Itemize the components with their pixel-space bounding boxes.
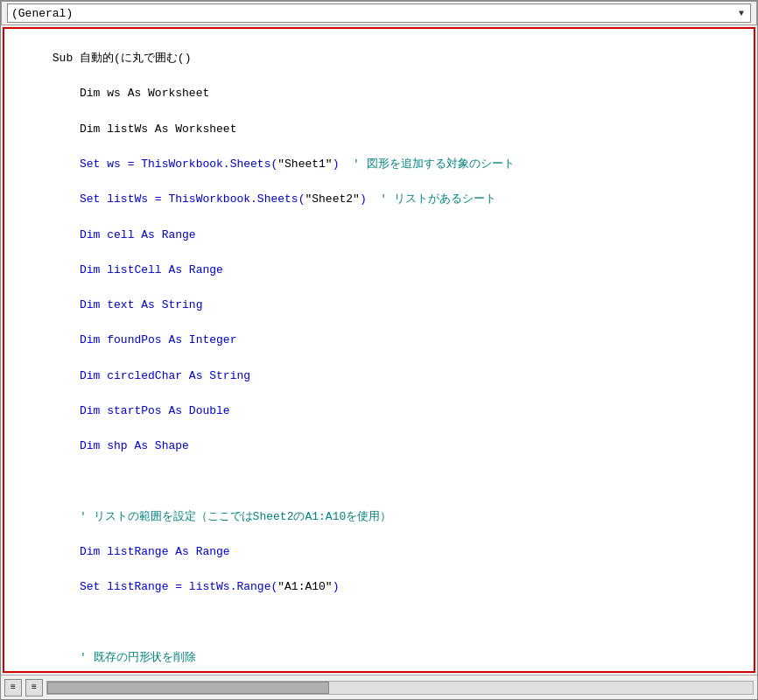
horizontal-scrollbar[interactable]: [46, 681, 754, 695]
btn-left[interactable]: ≡: [4, 679, 22, 696]
menu-icon-1: ≡: [11, 682, 16, 692]
bottom-bar: ≡ ≡: [1, 675, 757, 699]
menu-icon-2: ≡: [32, 682, 37, 692]
title-bar[interactable]: (General) ▼: [1, 1, 757, 25]
vba-editor: (General) ▼ Sub 自動的(に丸で囲む() Dim ws As Wo…: [0, 0, 758, 700]
btn-right[interactable]: ≡: [25, 679, 43, 696]
scrollbar-thumb[interactable]: [47, 682, 329, 694]
code-area[interactable]: Sub 自動的(に丸で囲む() Dim ws As Worksheet Dim …: [3, 27, 755, 673]
code-content: Sub 自動的(に丸で囲む() Dim ws As Worksheet Dim …: [11, 32, 747, 673]
general-dropdown[interactable]: (General): [7, 4, 751, 23]
